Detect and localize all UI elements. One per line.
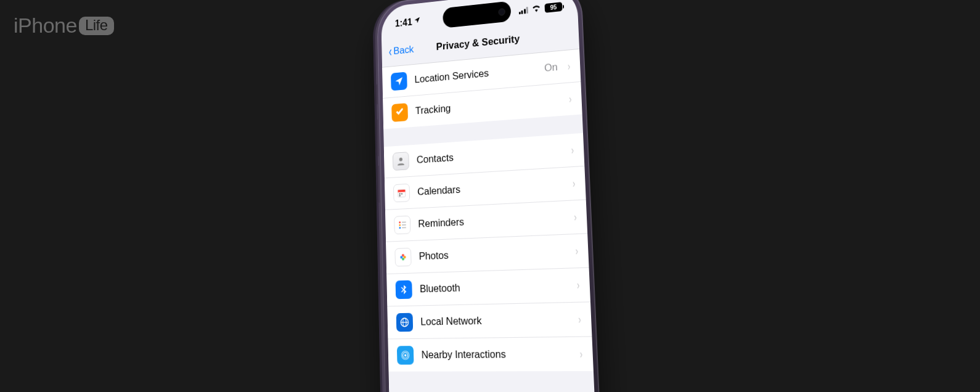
local-network-icon <box>396 313 414 332</box>
svg-rect-4 <box>401 194 402 195</box>
row-label: Nearby Interactions <box>422 348 571 361</box>
row-label: Contacts <box>417 144 563 166</box>
svg-rect-11 <box>402 227 406 228</box>
status-time: 1:41 <box>395 17 412 29</box>
svg-point-19 <box>404 354 406 356</box>
location-services-icon <box>391 72 407 91</box>
iphone-life-logo: iPhone Life <box>14 14 114 38</box>
phone-stage: 1:41 95 ‹ <box>370 0 597 392</box>
chevron-right-icon: › <box>569 92 572 105</box>
volume-up-button <box>375 120 379 157</box>
row-nearby-interactions[interactable]: Nearby Interactions › <box>388 337 593 372</box>
svg-rect-9 <box>402 222 406 223</box>
row-label: Reminders <box>418 211 565 231</box>
row-bluetooth[interactable]: Bluetooth › <box>386 268 590 307</box>
svg-rect-2 <box>398 190 405 192</box>
contacts-icon <box>393 152 409 171</box>
row-label: Photos <box>419 245 567 263</box>
back-label: Back <box>393 43 414 57</box>
row-label: Location Services <box>414 63 536 86</box>
settings-group-app-permissions: Contacts › Calendars › <box>384 133 594 372</box>
photos-icon <box>394 248 411 267</box>
chevron-right-icon: › <box>571 144 574 157</box>
volume-down-button <box>376 166 380 203</box>
dynamic-island <box>443 1 511 28</box>
nearby-interactions-icon <box>397 346 414 365</box>
chevron-right-icon: › <box>579 347 582 361</box>
battery-icon: 95 <box>544 2 562 13</box>
chevron-left-icon: ‹ <box>389 44 392 59</box>
cellular-signal-icon <box>518 7 528 14</box>
svg-point-7 <box>399 224 401 226</box>
tracking-icon <box>391 103 408 122</box>
svg-rect-10 <box>402 224 406 226</box>
row-label: Local Network <box>420 313 570 329</box>
svg-rect-5 <box>399 195 401 197</box>
chevron-right-icon: › <box>574 210 577 224</box>
row-local-network[interactable]: Local Network › <box>387 302 592 339</box>
chevron-right-icon: › <box>575 244 578 258</box>
chevron-right-icon: › <box>578 312 581 326</box>
row-label: Bluetooth <box>420 279 568 295</box>
row-label: Calendars <box>417 178 564 198</box>
logo-box: Life <box>79 17 114 35</box>
reminders-icon <box>394 216 410 235</box>
row-value: On <box>544 61 558 75</box>
settings-content: Location Services On › Tracking › <box>382 49 597 392</box>
back-button[interactable]: ‹ Back <box>388 42 414 59</box>
svg-rect-3 <box>399 194 401 195</box>
chevron-right-icon: › <box>567 60 570 73</box>
row-label: Tracking <box>415 94 561 117</box>
wifi-icon <box>531 3 542 15</box>
chevron-right-icon: › <box>576 278 579 292</box>
svg-point-8 <box>399 227 401 229</box>
chevron-right-icon: › <box>572 177 575 190</box>
location-arrow-icon <box>414 16 421 26</box>
bluetooth-icon <box>396 280 412 300</box>
iphone-device-frame: 1:41 95 ‹ <box>377 0 603 392</box>
svg-point-6 <box>399 221 401 223</box>
mute-switch <box>375 84 378 105</box>
svg-point-0 <box>399 158 402 161</box>
phone-screen: 1:41 95 ‹ <box>381 0 597 392</box>
calendars-icon <box>393 184 410 203</box>
